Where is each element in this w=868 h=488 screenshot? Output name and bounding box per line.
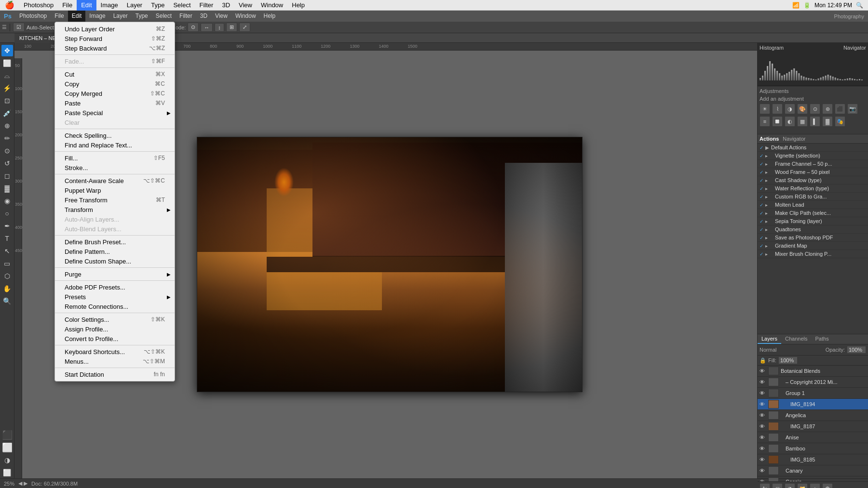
adj-vibrance[interactable]: 🎨 xyxy=(797,104,808,114)
menubar-window[interactable]: Window xyxy=(257,0,287,11)
menu-item-fill___[interactable]: Fill...⇧F5 xyxy=(55,153,175,163)
layer-row[interactable]: 👁 Bamboo xyxy=(758,443,868,454)
menu-item-define_pattern___[interactable]: Define Pattern... xyxy=(55,247,175,256)
menu-item-paste_special[interactable]: Paste Special xyxy=(55,108,175,118)
menubar-file[interactable]: File xyxy=(58,0,77,11)
adj-photofilter[interactable]: 📷 xyxy=(847,104,858,114)
menu-item-color_settings___[interactable]: Color Settings...⇧⌘K xyxy=(55,315,175,324)
apple-menu[interactable]: 🍎 xyxy=(0,0,19,10)
adj-gradientmap[interactable]: ▓ xyxy=(822,116,833,127)
menu-item-define_brush_preset___[interactable]: Define Brush Preset... xyxy=(55,237,175,247)
quick-mask[interactable]: ◑ xyxy=(1,454,13,466)
menu-item-adobe_pdf_presets___[interactable]: Adobe PDF Presets... xyxy=(55,282,175,292)
layer-visibility[interactable]: 👁 xyxy=(760,435,766,440)
adj-curves[interactable]: ⌇ xyxy=(772,104,783,114)
action-row[interactable]: ✓ ▸ Water Reflection (type) xyxy=(758,185,868,193)
layer-visibility[interactable]: 👁 xyxy=(760,401,766,407)
tool-dodge[interactable]: ○ xyxy=(1,208,13,219)
tool-history-brush[interactable]: ↺ xyxy=(1,158,13,169)
tool-hand[interactable]: ✋ xyxy=(1,283,13,294)
menubar-filter[interactable]: Filter xyxy=(195,0,218,11)
3d-btn2[interactable]: ↔ xyxy=(201,23,213,32)
menubar-help[interactable]: Help xyxy=(287,0,309,11)
tool-healing[interactable]: ⊕ xyxy=(1,120,13,132)
foreground-color[interactable]: ⬛ xyxy=(1,429,13,441)
tool-type[interactable]: T xyxy=(1,233,13,244)
ps-menu-filter[interactable]: Filter xyxy=(176,11,196,22)
nav-arrows[interactable]: ◀ ▶ xyxy=(18,480,27,487)
adj-colorlookup[interactable]: 🔲 xyxy=(772,116,783,127)
opacity-input[interactable] xyxy=(847,346,866,354)
ps-menu-layer[interactable]: Layer xyxy=(109,11,132,22)
ps-menu-select[interactable]: Select xyxy=(152,11,176,22)
tool-eyedropper[interactable]: 💉 xyxy=(1,107,13,119)
layer-visibility[interactable]: 👁 xyxy=(760,468,766,474)
ps-menu-view[interactable]: View xyxy=(211,11,231,22)
action-row[interactable]: ✓ ▸ Custom RGB to Gra... xyxy=(758,193,868,201)
delete-layer-button[interactable]: 🗑 xyxy=(822,483,833,488)
action-row[interactable]: ✓ ▸ Wood Frame – 50 pixel xyxy=(758,168,868,176)
menu-item-convert_to_profile___[interactable]: Convert to Profile... xyxy=(55,334,175,343)
layer-row[interactable]: 👁 Canary xyxy=(758,465,868,476)
layer-row[interactable]: 👁 IMG_8194 xyxy=(758,399,868,410)
menu-item-puppet_warp[interactable]: Puppet Warp xyxy=(55,185,175,195)
ps-menu-3d[interactable]: 3D xyxy=(196,11,211,22)
layer-row[interactable]: 👁 – Copyright 2012 Mi... xyxy=(758,377,868,388)
adj-selectivecolor[interactable]: 🎭 xyxy=(835,116,845,127)
ps-menu-type[interactable]: Type xyxy=(132,11,152,22)
ps-menu-photoshop[interactable]: Photoshop xyxy=(15,11,51,22)
layer-visibility[interactable]: 👁 xyxy=(760,446,766,451)
action-row[interactable]: ✓ ▸ Gradient Map xyxy=(758,242,868,250)
tab-layers[interactable]: Layers xyxy=(758,334,781,344)
menu-item-presets[interactable]: Presets xyxy=(55,292,175,302)
ps-menu-image[interactable]: Image xyxy=(85,11,109,22)
tool-path-select[interactable]: ↖ xyxy=(1,245,13,257)
action-row[interactable]: ✓ ▸ Vignette (selection) xyxy=(758,152,868,160)
3d-btn1[interactable]: ⊙ xyxy=(188,23,199,32)
menu-item-keyboard_shortcuts___[interactable]: Keyboard Shortcuts...⌥⇧⌘K xyxy=(55,347,175,356)
ps-menu-edit[interactable]: Edit xyxy=(68,11,86,22)
action-row[interactable]: ✓ ▶ Default Actions xyxy=(758,144,868,152)
layer-visibility[interactable]: 👁 xyxy=(760,368,766,374)
new-adjustment-button[interactable]: ◑ xyxy=(785,483,795,488)
tool-gradient[interactable]: ▓ xyxy=(1,183,13,194)
action-row[interactable]: ✓ ▸ Make Clip Path (selec... xyxy=(758,209,868,217)
action-row[interactable]: ✓ ▸ Frame Channel – 50 p... xyxy=(758,160,868,168)
adj-colorbalance[interactable]: ⊛ xyxy=(822,104,833,114)
menubar-type[interactable]: Type xyxy=(147,0,169,11)
layer-visibility[interactable]: 👁 xyxy=(760,412,766,418)
action-row[interactable]: ✓ ▸ Sepia Toning (layer) xyxy=(758,217,868,225)
tool-marquee[interactable]: ⬜ xyxy=(1,57,13,69)
adj-channelmixer[interactable]: ≡ xyxy=(760,116,770,127)
menu-item-step_backward[interactable]: Step Backward⌥⌘Z xyxy=(55,43,175,53)
layer-row[interactable]: 👁 Group 1 xyxy=(758,388,868,399)
adj-invert[interactable]: ◐ xyxy=(785,116,795,127)
tool-crop[interactable]: ⊡ xyxy=(1,95,13,106)
menu-item-transform[interactable]: Transform xyxy=(55,205,175,214)
menubar-3d[interactable]: 3D xyxy=(217,0,234,11)
menu-item-copy_merged[interactable]: Copy Merged⇧⌘C xyxy=(55,89,175,98)
action-row[interactable]: ✓ ▸ Molten Lead xyxy=(758,201,868,209)
menu-item-step_forward[interactable]: Step Forward⇧⌘Z xyxy=(55,34,175,43)
layer-row[interactable]: 👁 Angelica xyxy=(758,410,868,421)
layer-row[interactable]: 👁 IMG_8185 xyxy=(758,454,868,465)
menu-item-find_and_replace_text___[interactable]: Find and Replace Text... xyxy=(55,140,175,150)
action-row[interactable]: ✓ ▸ Quadtones xyxy=(758,225,868,234)
ps-menu-help[interactable]: Help xyxy=(260,11,280,22)
ps-menu-window[interactable]: Window xyxy=(231,11,260,22)
document-canvas[interactable] xyxy=(197,137,583,392)
action-row[interactable]: ✓ ▸ Mixer Brush Cloning P... xyxy=(758,250,868,258)
search-icon[interactable]: 🔍 xyxy=(856,2,863,9)
navigator-tab[interactable]: Navigator xyxy=(783,136,805,142)
3d-btn4[interactable]: ⊞ xyxy=(226,23,237,32)
tab-channels[interactable]: Channels xyxy=(781,334,811,344)
3d-btn3[interactable]: ↕ xyxy=(215,23,224,32)
tool-magic-wand[interactable]: ⚡ xyxy=(1,82,13,94)
tool-brush[interactable]: ✏ xyxy=(1,132,13,144)
layer-visibility[interactable]: 👁 xyxy=(760,390,766,396)
fill-input[interactable] xyxy=(778,356,798,364)
tool-shape[interactable]: ▭ xyxy=(1,258,13,269)
menu-item-check_spelling___[interactable]: Check Spelling... xyxy=(55,131,175,140)
adj-brightness[interactable]: ☀ xyxy=(760,104,770,114)
layer-row[interactable]: 👁 Botanical Blends xyxy=(758,366,868,377)
